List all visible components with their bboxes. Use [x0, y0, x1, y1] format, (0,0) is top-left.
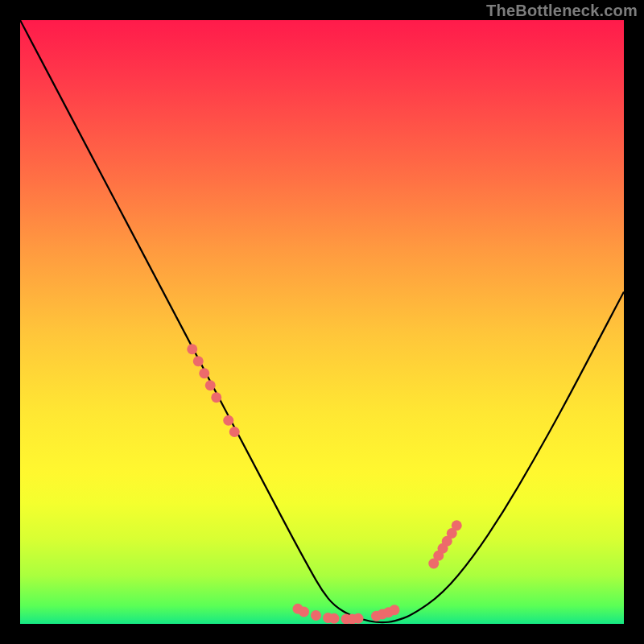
bottleneck-curve-line: [20, 20, 624, 622]
curve-marker: [199, 368, 209, 378]
curve-marker: [390, 605, 400, 615]
curve-marker: [211, 392, 221, 402]
curve-marker: [229, 427, 240, 437]
curve-marker: [187, 344, 197, 354]
curve-markers-group: [187, 344, 462, 624]
curve-marker: [205, 380, 216, 390]
watermark-text: TheBottleneck.com: [486, 2, 638, 20]
curve-marker: [223, 415, 233, 426]
curve-marker: [452, 520, 462, 530]
chart-frame: [20, 20, 624, 624]
curve-marker: [353, 613, 364, 624]
chart-svg: [20, 20, 624, 624]
curve-marker: [299, 607, 309, 617]
curve-marker: [329, 613, 340, 624]
curve-marker: [311, 610, 321, 621]
curve-marker: [193, 356, 204, 366]
